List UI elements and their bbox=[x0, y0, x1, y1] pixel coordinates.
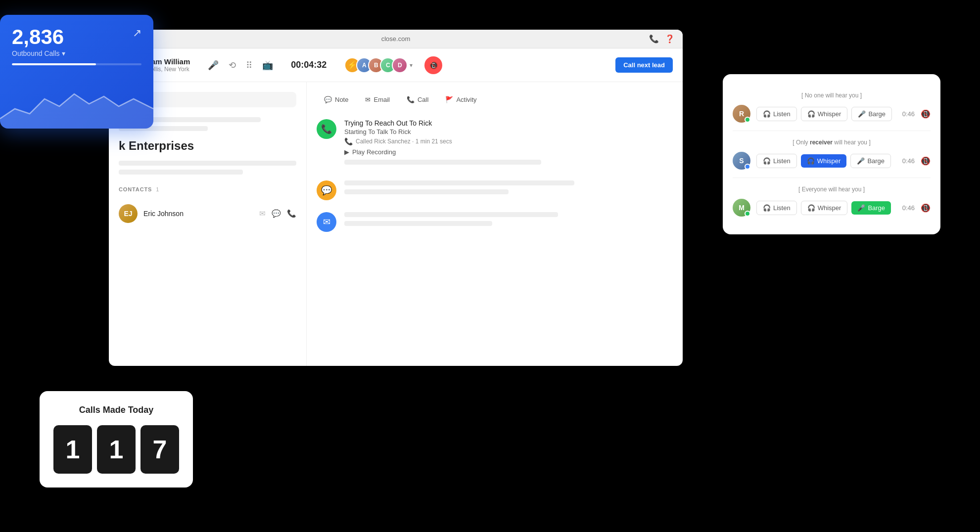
help-icon[interactable]: ❓ bbox=[665, 34, 675, 44]
contacts-header: CONTACTS 1 bbox=[119, 186, 296, 192]
barge-icon-2: 🎤 bbox=[857, 204, 865, 212]
whisper-controls-0: R 🎧 Listen 🎧 Whisper 🎤 Barge 0:46 📵 bbox=[733, 105, 931, 123]
phone-icon[interactable]: 📞 bbox=[649, 34, 659, 44]
contacts-label: CONTACTS bbox=[119, 186, 152, 192]
browser-titlebar: close.com 📞 ❓ bbox=[109, 30, 683, 48]
whisper-button-1[interactable]: 🎧 Whisper bbox=[801, 154, 847, 168]
a2-s1 bbox=[344, 212, 558, 217]
activity-icon: 🚩 bbox=[445, 96, 453, 103]
tab-call[interactable]: 📞 Call bbox=[399, 92, 436, 107]
barge-button-1[interactable]: 🎤 Barge bbox=[850, 154, 891, 168]
barge-icon-0: 🎤 bbox=[858, 110, 866, 118]
whisper-end-0[interactable]: 📵 bbox=[921, 109, 931, 119]
whisper-panel: [ No one will hear you ] R 🎧 Listen 🎧 Wh… bbox=[723, 74, 940, 234]
listen-button-1[interactable]: 🎧 Listen bbox=[756, 154, 797, 168]
activity-email-icon: ✉ bbox=[317, 212, 336, 232]
barge-button-2[interactable]: 🎤 Barge bbox=[851, 201, 891, 215]
whisper-avatar-wrap-1: S bbox=[733, 152, 750, 170]
digit-2: 1 bbox=[97, 425, 136, 474]
whisper-button-0[interactable]: 🎧 Whisper bbox=[801, 107, 848, 121]
activity-content-1 bbox=[344, 180, 673, 198]
listen-icon-0: 🎧 bbox=[763, 110, 771, 118]
play-icon: ▶ bbox=[344, 148, 349, 156]
calls-today-title: Calls Made Today bbox=[53, 405, 179, 415]
participants-chevron[interactable]: ▾ bbox=[410, 62, 413, 69]
listen-icon-1: 🎧 bbox=[763, 157, 771, 165]
listen-button-0[interactable]: 🎧 Listen bbox=[756, 107, 797, 121]
stats-graph bbox=[0, 79, 153, 129]
tab-email[interactable]: ✉ Email bbox=[358, 92, 397, 107]
action-tabs: 💬 Note ✉ Email 📞 Call 🚩 Activity bbox=[317, 92, 673, 107]
listen-label-2: Listen bbox=[773, 204, 791, 212]
activity-meta-0: 📞 Called Rick Sanchez · 1 min 21 secs bbox=[344, 137, 673, 145]
browser-window: close.com 📞 ❓ SW Sam William Hollis, New… bbox=[109, 30, 683, 366]
a2-s2 bbox=[344, 221, 492, 226]
email-contact-icon[interactable]: ✉ bbox=[259, 209, 266, 218]
whisper-time-0: 0:46 bbox=[902, 110, 915, 118]
browser-url: close.com bbox=[146, 35, 645, 43]
activity-item-2: ✉ bbox=[317, 212, 673, 232]
barge-label-1: Barge bbox=[867, 157, 885, 165]
stats-card: ↗ 2,836 Outbound Calls ▾ bbox=[0, 15, 153, 129]
whisper-label-0: Whisper bbox=[818, 110, 841, 118]
whisper-label-2: [ Everyone will hear you ] bbox=[733, 186, 931, 193]
whisper-end-1[interactable]: 📵 bbox=[921, 156, 931, 166]
call-actions: 🎤 ⟲ ⠿ 📺 bbox=[208, 60, 273, 71]
call-next-button[interactable]: Call next lead bbox=[615, 57, 673, 73]
call-meta-text: Called Rick Sanchez · 1 min 21 secs bbox=[356, 138, 452, 145]
transfer-icon[interactable]: ⟲ bbox=[229, 60, 236, 71]
barge-label-0: Barge bbox=[868, 110, 886, 118]
activity-skeleton bbox=[344, 160, 541, 165]
skeleton-4 bbox=[119, 170, 243, 175]
contacts-section: CONTACTS 1 EJ Eric Johnson ✉ 💬 📞 bbox=[119, 186, 296, 227]
play-recording-button[interactable]: ▶ Play Recording bbox=[344, 148, 673, 156]
contact-avatar: EJ bbox=[119, 204, 138, 223]
activity-subtitle-0: Starting To Talk To Rick bbox=[344, 128, 673, 135]
mute-icon[interactable]: 🎤 bbox=[208, 60, 219, 71]
tab-activity-label: Activity bbox=[456, 96, 476, 103]
whisper-icon-2: 🎧 bbox=[807, 204, 815, 212]
whisper-icon-0: 🎧 bbox=[807, 110, 815, 118]
barge-button-0[interactable]: 🎤 Barge bbox=[851, 107, 892, 121]
tab-note[interactable]: 💬 Note bbox=[317, 92, 356, 107]
whisper-label-1: [ Only receiver will hear you ] bbox=[733, 139, 931, 146]
whisper-label-2: Whisper bbox=[818, 204, 841, 212]
stats-progress-fill bbox=[12, 63, 96, 65]
call-contact-icon[interactable]: 📞 bbox=[287, 209, 296, 218]
call-timer: 00:04:32 bbox=[291, 60, 327, 70]
activity-title-0: Trying To Reach Out To Rick bbox=[344, 119, 673, 127]
listen-icon-2: 🎧 bbox=[763, 204, 771, 212]
call-icon: 📞 bbox=[407, 96, 415, 103]
listen-button-2[interactable]: 🎧 Listen bbox=[756, 201, 797, 215]
digit-3: 7 bbox=[140, 425, 179, 474]
contact-name: Eric Johnson bbox=[143, 210, 253, 218]
email-icon: ✉ bbox=[365, 96, 371, 103]
whisper-end-2[interactable]: 📵 bbox=[921, 203, 931, 213]
tab-note-label: Note bbox=[335, 96, 348, 103]
whisper-label-0: [ No one will hear you ] bbox=[733, 92, 931, 99]
stats-label: Outbound Calls ▾ bbox=[12, 49, 141, 57]
stats-number: 2,836 bbox=[12, 27, 141, 47]
online-badge-0 bbox=[745, 117, 750, 123]
whisper-button-2[interactable]: 🎧 Whisper bbox=[801, 201, 848, 215]
screen-share-icon[interactable]: 📺 bbox=[262, 60, 273, 71]
activity-item-0: 📞 Trying To Reach Out To Rick Starting T… bbox=[317, 119, 673, 169]
digit-display: 1 1 7 bbox=[53, 425, 179, 474]
contact-row: EJ Eric Johnson ✉ 💬 📞 bbox=[119, 200, 296, 227]
whisper-label-1: Whisper bbox=[817, 157, 841, 165]
online-badge-2 bbox=[745, 211, 750, 217]
chat-contact-icon[interactable]: 💬 bbox=[272, 209, 281, 218]
a1-s1 bbox=[344, 180, 574, 185]
end-call-button[interactable]: 📵 bbox=[424, 56, 442, 74]
whisper-controls-2: M 🎧 Listen 🎧 Whisper 🎤 Barge 0:46 📵 bbox=[733, 199, 931, 217]
participant-avatars: ⚡ A B C D ▾ bbox=[344, 57, 413, 73]
barge-label-2: Barge bbox=[868, 204, 885, 212]
activity-item-1: 💬 bbox=[317, 180, 673, 200]
whisper-controls-1: S 🎧 Listen 🎧 Whisper 🎤 Barge 0:46 📵 bbox=[733, 152, 931, 170]
activity-content-2 bbox=[344, 212, 673, 230]
tab-activity[interactable]: 🚩 Activity bbox=[438, 92, 484, 107]
whisper-row-1: [ Only receiver will hear you ] S 🎧 List… bbox=[733, 131, 931, 178]
activity-call-icon: 📞 bbox=[317, 119, 336, 139]
keypad-icon[interactable]: ⠿ bbox=[246, 60, 252, 71]
share-icon[interactable]: ↗ bbox=[133, 27, 141, 40]
